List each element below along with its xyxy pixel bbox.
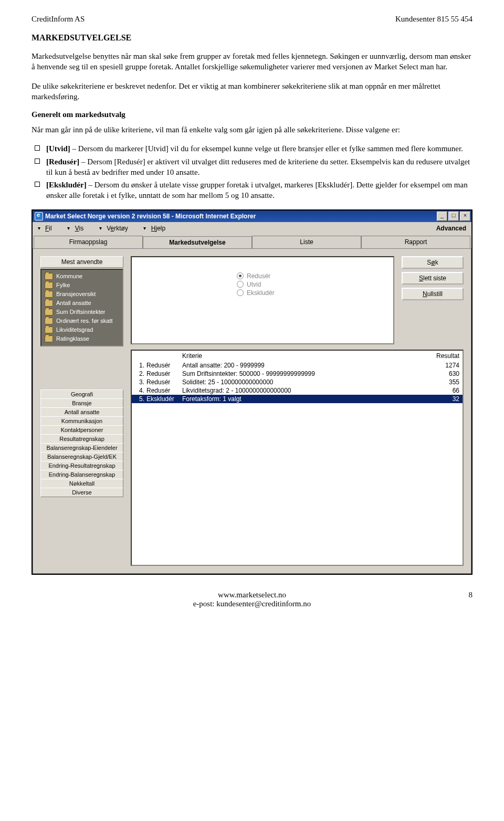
para-2: De ulike søkekriteriene er beskrevet ned…	[32, 81, 472, 102]
table-row[interactable]: 2.RedusérSum Driftsinntekter: 500000 - 9…	[132, 370, 463, 378]
menu-hjelp[interactable]: Hjelp	[151, 225, 165, 232]
category-kontaktpersoner[interactable]: Kontaktpersoner	[40, 425, 123, 435]
radio-icon	[237, 289, 244, 296]
criteria-table: Kriterie Resultat 1.RedusérAntall ansatt…	[131, 350, 464, 566]
category-endring-balanse[interactable]: Endring-Balanseregnskap	[40, 470, 123, 479]
tree-item-bransjeoversikt[interactable]: Bransjeoversikt	[44, 290, 120, 299]
para-3: Når man går inn på de ulike kriteriene, …	[32, 124, 472, 135]
tab-rapport[interactable]: Rapport	[361, 236, 470, 248]
category-nokkeltall[interactable]: Nøkkeltall	[40, 479, 123, 488]
menubar: ▾ Fil ▾ Vis ▾ Verktøy ▾ Hjelp Advanced	[33, 222, 471, 235]
folder-icon	[45, 318, 53, 324]
menu-fil[interactable]: Fil	[45, 225, 52, 232]
ie-icon	[35, 212, 43, 220]
tree-item-fylke[interactable]: Fylke	[44, 281, 120, 290]
minimize-button[interactable]: _	[437, 212, 447, 221]
client-area: Mest anvendte Kommune Fylke Bransjeovers…	[33, 248, 471, 574]
folder-icon	[45, 309, 53, 315]
table-row[interactable]: 3.RedusérSoliditet: 25 - 100000000000000…	[132, 378, 463, 386]
tabbar: Firmaoppslag Markedsutvelgelse Liste Rap…	[33, 235, 471, 248]
tree-item-ratingklasse[interactable]: Ratingklasse	[44, 334, 120, 343]
category-stack: Geografi Bransje Antall ansatte Kommunik…	[40, 390, 123, 497]
radio-reduser[interactable]: Redusér	[237, 272, 275, 280]
category-geografi[interactable]: Geografi	[40, 390, 123, 399]
tree-item-sum-driftsinntekter[interactable]: Sum Driftsinntekter	[44, 308, 120, 317]
titlebar[interactable]: Market Select Norge version 2 revision 5…	[33, 210, 471, 222]
folder-icon	[45, 273, 53, 280]
col-kriterie: Kriterie	[182, 352, 423, 360]
bullet-item: [Utvid] – Dersom du markerer [Utvid] vil…	[32, 143, 472, 154]
app-window: Market Select Norge version 2 revision 5…	[32, 209, 472, 575]
table-row[interactable]: 4.RedusérLikviditetsgrad: 2 - 1000000000…	[132, 386, 463, 395]
menu-arrow-icon[interactable]: ▾	[36, 225, 42, 231]
sidebar-header[interactable]: Mest anvendte	[40, 256, 123, 268]
tree-item-likviditetsgrad[interactable]: Likviditetsgrad	[44, 325, 120, 334]
menu-arrow-icon[interactable]: ▾	[97, 225, 103, 231]
menu-arrow-icon[interactable]: ▾	[142, 225, 148, 231]
menu-advanced[interactable]: Advanced	[436, 225, 466, 232]
sok-button[interactable]: Søk	[402, 256, 464, 269]
criteria-panel: Redusér Utvid Ekskludér	[131, 256, 394, 344]
folder-tree: Kommune Fylke Bransjeoversikt Antall ans…	[40, 269, 123, 346]
page-number: 8	[469, 591, 473, 599]
bullet-text: – Dersom [Redusér] er aktivert vil utval…	[46, 157, 470, 176]
folder-icon	[45, 335, 53, 342]
bullet-text: – Dersom du ønsker å utelate visse grupp…	[46, 181, 468, 199]
para-1: Markedsutvelgelse benyttes når man skal …	[32, 51, 472, 72]
section-subhead: Generelt om markedsutvalg	[32, 110, 472, 119]
bullet-bold: [Redusér]	[46, 157, 79, 166]
bullet-text: – Dersom du markerer [Utvid] vil du for …	[70, 144, 463, 153]
category-resultatregnskap[interactable]: Resultatregnskap	[40, 434, 123, 444]
bullet-item: [Ekskludér] – Dersom du ønsker å utelate…	[32, 180, 472, 201]
bullet-item: [Redusér] – Dersom [Redusér] er aktivert…	[32, 156, 472, 178]
main-area: Redusér Utvid Ekskludér Søk Slett siste …	[131, 256, 464, 566]
folder-icon	[45, 291, 53, 298]
radio-icon	[237, 281, 244, 288]
table-row[interactable]: 5.EkskludérForetaksform: 1 valgt32	[132, 395, 463, 403]
slett-siste-button[interactable]: Slett siste	[402, 272, 464, 285]
tab-firmaoppslag[interactable]: Firmaoppslag	[34, 236, 143, 248]
footer-url: www.marketselect.no	[32, 591, 472, 599]
tree-item-ordinaert-res[interactable]: Ordinært res. før skatt	[44, 317, 120, 325]
folder-icon	[45, 327, 53, 333]
menu-arrow-icon[interactable]: ▾	[66, 225, 72, 231]
tree-item-antall-ansatte[interactable]: Antall ansatte	[44, 299, 120, 308]
menu-verktoy[interactable]: Verktøy	[107, 225, 128, 232]
category-antall-ansatte[interactable]: Antall ansatte	[40, 407, 123, 417]
menu-vis[interactable]: Vis	[75, 225, 83, 232]
tree-item-kommune[interactable]: Kommune	[44, 272, 120, 281]
category-balanse-gjeld-ek[interactable]: Balanseregnskap-Gjeld/EK	[40, 452, 123, 461]
maximize-button[interactable]: □	[448, 212, 459, 221]
tab-liste[interactable]: Liste	[252, 236, 361, 248]
nullstill-button[interactable]: Nullstill	[402, 288, 464, 300]
category-bransje[interactable]: Bransje	[40, 398, 123, 408]
category-balanse-eiendeler[interactable]: Balanseregnskap-Eiendeler	[40, 443, 123, 452]
doc-title: MARKEDSUTVELGELSE	[32, 33, 472, 43]
page-footer: www.marketselect.no e-post: kundesenter@…	[32, 591, 472, 608]
doc-contact: Kundesenter 815 55 454	[395, 15, 472, 24]
folder-icon	[45, 300, 53, 307]
folder-icon	[45, 282, 53, 289]
radio-utvid[interactable]: Utvid	[237, 280, 275, 289]
table-row[interactable]: 1.RedusérAntall ansatte: 200 - 999999912…	[132, 361, 463, 370]
sidebar: Mest anvendte Kommune Fylke Bransjeovers…	[40, 256, 123, 566]
bullet-list: [Utvid] – Dersom du markerer [Utvid] vil…	[32, 143, 472, 201]
radio-ekskluder[interactable]: Ekskludér	[237, 289, 275, 297]
footer-email: e-post: kundesenter@creditinform.no	[32, 599, 472, 608]
close-button[interactable]: ×	[460, 212, 470, 221]
radio-icon	[237, 272, 244, 279]
col-resultat: Resultat	[423, 352, 459, 360]
bullet-bold: [Ekskludér]	[46, 181, 87, 189]
bullet-bold: [Utvid]	[46, 144, 70, 153]
doc-company: CreditInform AS	[32, 15, 85, 24]
tab-markedsutvelgelse[interactable]: Markedsutvelgelse	[143, 236, 252, 249]
category-diverse[interactable]: Diverse	[40, 488, 123, 497]
category-kommunikasjon[interactable]: Kommunikasjon	[40, 416, 123, 426]
category-endring-resultat[interactable]: Endring-Resultatregnskap	[40, 461, 123, 470]
window-title: Market Select Norge version 2 revision 5…	[45, 213, 437, 220]
